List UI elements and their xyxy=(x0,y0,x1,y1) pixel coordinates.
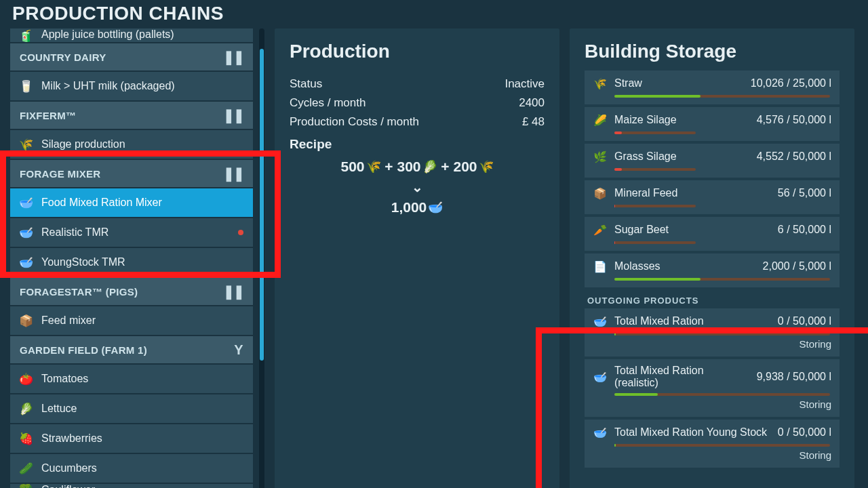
recipe-display: 500🌾 + 300🥬 + 200🌾 ⌄ 1,000 🥣 xyxy=(290,159,545,216)
item-icon: 🥦 xyxy=(18,484,33,488)
material-name: Sugar Beet xyxy=(614,224,771,236)
stat-label: Production Costs / month xyxy=(290,115,419,129)
building-storage-panel: Building Storage 🌾 Straw 10,026 / 25,000… xyxy=(570,28,854,488)
production-panel: Production Status Inactive Cycles / mont… xyxy=(275,28,559,488)
sidebar-scrollbar[interactable] xyxy=(259,28,264,488)
item-icon: 🥣 xyxy=(18,195,33,210)
sidebar-item-label: Strawberries xyxy=(41,432,102,445)
sidebar-item-label: Tomatoes xyxy=(41,373,88,385)
material-name: Molasses xyxy=(614,260,756,272)
plus-icon: + xyxy=(441,159,449,174)
item-icon: 🌾 xyxy=(18,137,33,152)
fill-bar xyxy=(614,241,696,244)
storage-mode[interactable]: Storing xyxy=(593,338,831,350)
sidebar-group-header[interactable]: FIXFERM™❚❚ xyxy=(10,102,253,129)
recipe-label: Recipe xyxy=(290,137,545,152)
material-name: Total Mixed Ration (realistic) xyxy=(614,365,750,389)
material-amount: 0 / 50,000 l xyxy=(778,426,831,439)
material-amount: 0 / 50,000 l xyxy=(778,315,831,327)
fill-bar xyxy=(614,95,830,98)
material-amount: 4,576 / 50,000 l xyxy=(757,114,831,126)
material-amount: 9,938 / 50,000 l xyxy=(757,371,831,383)
material-amount: 10,026 / 25,000 l xyxy=(751,77,831,89)
group-name: FORAGESTAR™ (PIGS) xyxy=(20,286,138,298)
storage-mode[interactable]: Storing xyxy=(593,449,831,461)
group-name: COUNTRY DAIRY xyxy=(20,52,106,63)
sidebar-item-label: YoungStock TMR xyxy=(41,256,125,268)
sidebar-item-label: Food Mixed Ration Mixer xyxy=(41,197,162,209)
scrollbar-thumb[interactable] xyxy=(260,49,264,361)
production-title: Production xyxy=(290,41,545,62)
fill-bar xyxy=(614,393,830,396)
material-name: Total Mixed Ration Young Stock xyxy=(614,426,771,439)
warning-dot-icon xyxy=(238,230,243,235)
item-icon: 🍅 xyxy=(18,371,33,386)
storage-title: Building Storage xyxy=(585,41,840,62)
sidebar-item-label: Cucumbers xyxy=(41,462,97,474)
storage-row[interactable]: 📄 Molasses 2,000 / 5,000 l xyxy=(585,253,840,287)
material-icon: 📄 xyxy=(593,259,608,274)
sidebar-item[interactable]: 🍓 Strawberries xyxy=(10,424,253,453)
recipe-ingredient: 300🥬 xyxy=(397,159,437,175)
sidebar-group-header[interactable]: FORAGE MIXER❚❚ xyxy=(10,160,253,187)
sidebar-item[interactable]: 🥣 YoungStock TMR xyxy=(10,248,253,277)
sidebar-group-header[interactable]: COUNTRY DAIRY❚❚ xyxy=(10,43,253,70)
sidebar-item-label: Cauliflower xyxy=(41,484,95,488)
material-icon: 🥕 xyxy=(593,222,608,237)
material-amount: 6 / 50,000 l xyxy=(778,224,831,236)
item-icon: 🥒 xyxy=(18,461,33,476)
sidebar-group-header[interactable]: GARDEN FIELD (FARM 1)Y xyxy=(10,336,253,363)
sidebar-item-label: Silage production xyxy=(41,138,125,150)
item-icon: 🥛 xyxy=(18,79,33,94)
chevron-down-icon: ⌄ xyxy=(290,175,545,199)
sidebar-item-label: Feed mixer xyxy=(41,314,96,327)
storage-row[interactable]: 🥕 Sugar Beet 6 / 50,000 l xyxy=(585,217,840,251)
ingredient-icon: 🌾 xyxy=(479,159,494,174)
stat-label: Cycles / month xyxy=(290,96,366,110)
page-title: PRODUCTION CHAINS xyxy=(0,0,868,28)
storage-row[interactable]: 🌿 Grass Silage 4,552 / 50,000 l xyxy=(585,144,840,178)
sidebar-item[interactable]: 🥛 Milk > UHT milk (packaged) xyxy=(10,72,253,100)
fill-bar xyxy=(614,168,696,171)
material-amount: 56 / 5,000 l xyxy=(778,187,831,199)
material-icon: 📦 xyxy=(593,186,608,201)
storage-row[interactable]: 🌽 Maize Silage 4,576 / 50,000 l xyxy=(585,107,840,141)
outgoing-products-header: OUTGOING PRODUCTS xyxy=(585,290,840,308)
storage-row[interactable]: 🌾 Straw 10,026 / 25,000 l xyxy=(585,70,840,104)
sidebar-item-label: Lettuce xyxy=(41,403,77,415)
production-chains-sidebar: 🧃 Apple juice bottling (pallets) COUNTRY… xyxy=(10,28,264,488)
stat-value: 2400 xyxy=(519,96,545,110)
material-icon: 🥣 xyxy=(593,425,608,440)
fill-bar xyxy=(614,278,830,281)
sidebar-item-label: Apple juice bottling (pallets) xyxy=(41,28,174,41)
sidebar-item[interactable]: 🥣 Food Mixed Ration Mixer xyxy=(10,188,253,217)
item-icon: 🥣 xyxy=(18,255,33,270)
sidebar-item[interactable]: 🧃 Apple juice bottling (pallets) xyxy=(10,28,253,42)
material-amount: 2,000 / 5,000 l xyxy=(763,260,831,272)
stat-value: Inactive xyxy=(505,77,545,91)
recipe-output: 1,000 🥣 xyxy=(391,199,443,216)
sidebar-item[interactable]: 📦 Feed mixer xyxy=(10,306,253,335)
sidebar-item[interactable]: 🥣 Realistic TMR xyxy=(10,218,253,247)
sidebar-group-header[interactable]: FORAGESTAR™ (PIGS)❚❚ xyxy=(10,278,253,305)
storage-mode[interactable]: Storing xyxy=(593,399,831,410)
item-icon: 🥬 xyxy=(18,401,33,416)
pause-icon: ❚❚ xyxy=(223,283,243,300)
sidebar-item[interactable]: 🍅 Tomatoes xyxy=(10,365,253,393)
material-icon: 🌿 xyxy=(593,149,608,164)
storage-row[interactable]: 🥣 Total Mixed Ration Young Stock 0 / 50,… xyxy=(585,420,840,468)
material-icon: 🌽 xyxy=(593,113,608,127)
sidebar-item[interactable]: 🌾 Silage production xyxy=(10,130,253,159)
pause-icon: ❚❚ xyxy=(223,165,243,182)
sidebar-item-label: Realistic TMR xyxy=(41,226,108,239)
sidebar-item[interactable]: 🥦 Cauliflower xyxy=(10,484,253,488)
sidebar-item[interactable]: 🥒 Cucumbers xyxy=(10,454,253,483)
storage-row[interactable]: 🥣 Total Mixed Ration (realistic) 9,938 /… xyxy=(585,359,840,417)
material-name: Mineral Feed xyxy=(614,187,771,199)
material-icon: 🥣 xyxy=(593,314,608,329)
material-name: Total Mixed Ration xyxy=(614,315,771,327)
fill-bar xyxy=(614,333,830,336)
storage-row[interactable]: 📦 Mineral Feed 56 / 5,000 l xyxy=(585,180,840,214)
storage-row[interactable]: 🥣 Total Mixed Ration 0 / 50,000 l Storin… xyxy=(585,308,840,357)
sidebar-item[interactable]: 🥬 Lettuce xyxy=(10,394,253,423)
